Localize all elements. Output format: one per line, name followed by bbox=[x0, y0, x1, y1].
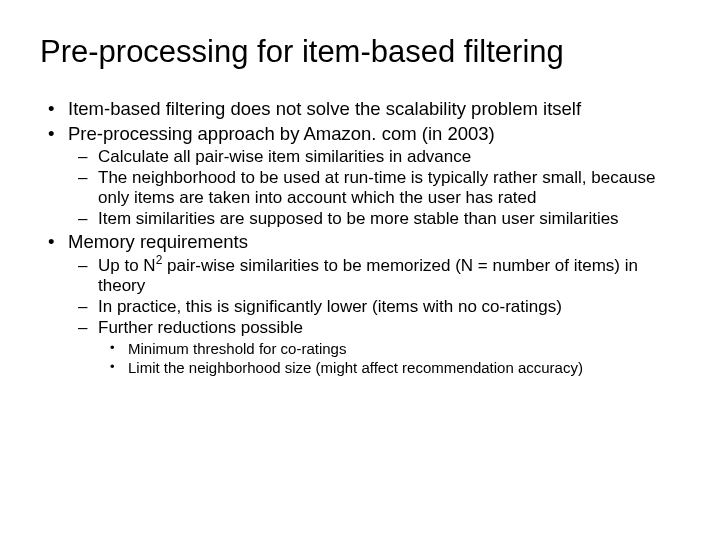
sub-bullet-item: Further reductions possible Minimum thre… bbox=[98, 318, 680, 377]
sub-sub-bullet-item: Limit the neighborhood size (might affec… bbox=[128, 359, 680, 377]
text-fragment: Up to N bbox=[98, 256, 156, 275]
sub-bullet-item: The neighborhood to be used at run-time … bbox=[98, 168, 680, 208]
sub-bullet-text: Further reductions possible bbox=[98, 318, 303, 337]
bullet-text: Memory requirements bbox=[68, 231, 248, 252]
slide: Pre-processing for item-based filtering … bbox=[0, 0, 720, 540]
sub-bullet-item: Item similarities are supposed to be mor… bbox=[98, 209, 680, 229]
sub-bullet-list: Up to N2 pair-wise similarities to be me… bbox=[68, 256, 680, 377]
bullet-list: Item-based filtering does not solve the … bbox=[40, 98, 680, 377]
sub-sub-bullet-item: Minimum threshold for co-ratings bbox=[128, 340, 680, 358]
sub-bullet-item: In practice, this is significantly lower… bbox=[98, 297, 680, 317]
sub-bullet-item: Up to N2 pair-wise similarities to be me… bbox=[98, 256, 680, 296]
sub-bullet-item: Calculate all pair-wise item similaritie… bbox=[98, 147, 680, 167]
bullet-item: Item-based filtering does not solve the … bbox=[68, 98, 680, 121]
bullet-text: Pre-processing approach by Amazon. com (… bbox=[68, 123, 495, 144]
sub-sub-bullet-list: Minimum threshold for co-ratings Limit t… bbox=[98, 340, 680, 377]
slide-title: Pre-processing for item-based filtering bbox=[40, 34, 680, 70]
bullet-item: Pre-processing approach by Amazon. com (… bbox=[68, 123, 680, 230]
bullet-item: Memory requirements Up to N2 pair-wise s… bbox=[68, 231, 680, 377]
text-fragment: pair-wise similarities to be memorized (… bbox=[98, 256, 638, 295]
sub-bullet-list: Calculate all pair-wise item similaritie… bbox=[68, 147, 680, 229]
